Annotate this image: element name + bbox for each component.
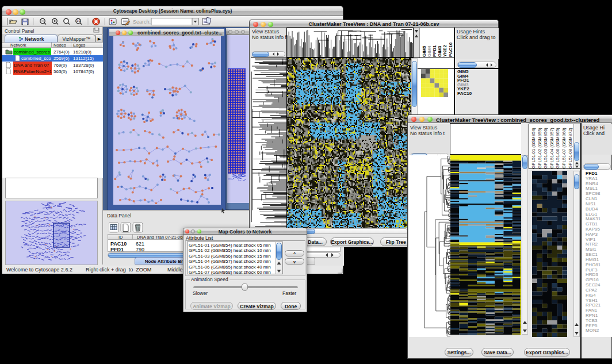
svg-text:Search:: Search:: [133, 19, 151, 25]
svg-text:1:1: 1:1: [76, 19, 81, 22]
